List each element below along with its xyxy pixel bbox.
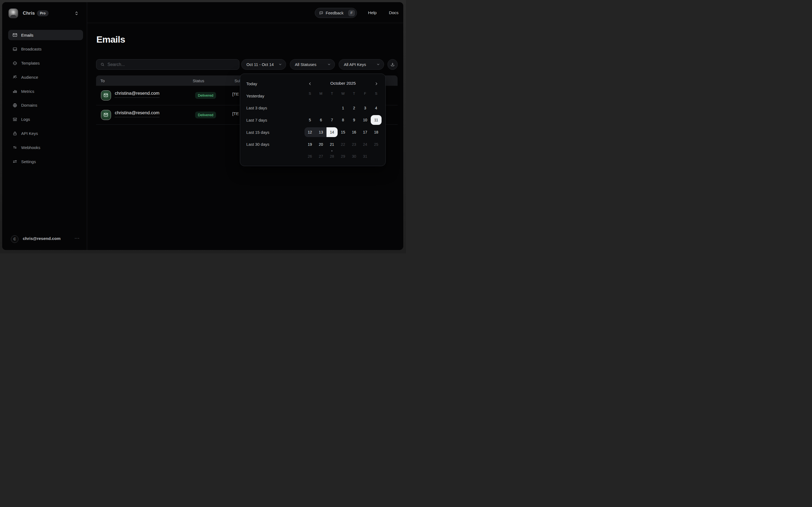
help-link[interactable]: Help [368,10,377,15]
audience-icon [12,74,18,80]
calendar-day-19[interactable]: 19 [304,139,315,149]
calendar-day-6[interactable]: 6 [315,115,327,125]
preset-last-15-days[interactable]: Last 15 days [240,126,297,138]
api-key-filter-value: All API Keys [344,62,366,67]
topbar-divider [87,23,403,23]
broadcast-icon [12,46,18,52]
envelope-icon [103,93,109,98]
sidebar-item-metrics[interactable]: Metrics [8,86,83,96]
email-subject: [TE [232,111,239,116]
calendar-day-12[interactable]: 12 [304,127,315,137]
lock-icon [12,131,18,136]
sidebar-item-audience[interactable]: Audience [8,72,83,82]
workspace-switcher[interactable]: Chris Pro [8,8,81,18]
calendar-day-13[interactable]: 13 [315,127,327,137]
next-month-button[interactable] [372,80,380,88]
calendar-day-11[interactable]: 11 [371,115,382,125]
calendar-day-10[interactable]: 10 [360,115,371,125]
column-header-to: To [101,78,105,83]
calendar-day-4[interactable]: 4 [371,103,382,113]
calendar-day-17[interactable]: 17 [360,127,371,137]
calendar-day-31[interactable]: 31 [360,152,371,161]
webhooks-icon [12,145,18,150]
chevrons-up-down-icon [74,11,79,16]
chat-bubble-icon [319,11,324,15]
sidebar-item-api-keys[interactable]: API Keys [8,128,83,139]
email-avatar [101,91,111,100]
calendar-day-23[interactable]: 23 [348,139,360,149]
calendar-day-9[interactable]: 9 [348,115,360,125]
calendar-day-30[interactable]: 30 [348,152,360,161]
ellipsis-menu-button[interactable]: ··· [73,235,80,242]
sidebar-item-label: Broadcasts [21,47,42,51]
feedback-label: Feedback [326,11,344,15]
feedback-button[interactable]: Feedback F [315,8,357,18]
calendar-day-18[interactable]: 18 [371,127,382,137]
recipient-email: christina@resend.com [115,91,159,98]
page-title: Emails [96,34,125,45]
preset-yesterday[interactable]: Yesterday [240,90,297,102]
sidebar-item-label: Domains [21,103,37,108]
envelope-icon [103,112,109,117]
status-badge: Delivered [195,92,216,99]
calendar-day-22[interactable]: 22 [338,139,349,149]
calendar-day-16[interactable]: 16 [348,127,360,137]
docs-link[interactable]: Docs [389,10,398,15]
sidebar-item-webhooks[interactable]: Webhooks [8,142,83,153]
export-button[interactable] [388,59,398,70]
preset-last-30-days[interactable]: Last 30 days [240,138,297,150]
desktop-frame: Chris Pro EmailsBroadcastsTemplatesAudie… [0,0,406,253]
sidebar-item-label: Settings [21,159,36,164]
status-filter[interactable]: All Statuses [290,59,335,70]
weekday-label: T [348,92,360,96]
search-input[interactable] [108,62,236,67]
preset-last-3-days[interactable]: Last 3 days [240,102,297,114]
recipient-email: christina@resend.com [115,110,159,117]
calendar-day-27[interactable]: 27 [315,152,327,161]
sidebar-item-settings[interactable]: Settings [8,156,83,167]
calendar-day-2[interactable]: 2 [348,103,360,113]
calendar-day-14[interactable]: 14 [327,127,338,137]
settings-icon [12,159,18,164]
calendar-day-8[interactable]: 8 [338,115,349,125]
sidebar-item-domains[interactable]: Domains [8,100,83,110]
status-filter-value: All Statuses [295,62,316,67]
calendar-header: October 2025 [304,80,382,88]
calendar-day-5[interactable]: 5 [304,115,315,125]
weekday-row: SMTWTFS [304,92,382,96]
sidebar-item-label: Templates [21,61,40,65]
status-badge: Delivered [195,112,216,118]
calendar-day-1[interactable]: 1 [338,103,349,113]
calendar-day-20[interactable]: 20 [315,139,327,149]
sidebar-item-label: Emails [21,33,34,38]
calendar-day-26[interactable]: 26 [304,152,315,161]
app-window: Chris Pro EmailsBroadcastsTemplatesAudie… [2,2,403,250]
date-range-filter[interactable]: Oct 11 - Oct 14 [241,59,286,70]
plan-badge: Pro [37,10,49,16]
globe-icon [12,103,18,108]
chevron-down-icon [376,62,380,66]
calendar-day-24[interactable]: 24 [360,139,371,149]
calendar-day-29[interactable]: 29 [338,152,349,161]
workspace-name: Chris [23,11,35,16]
preset-last-7-days[interactable]: Last 7 days [240,114,297,126]
calendar-day-7[interactable]: 7 [327,115,338,125]
calendar-day-25[interactable]: 25 [371,139,382,149]
sidebar-item-logs[interactable]: Logs [8,114,83,125]
sidebar-item-emails[interactable]: Emails [8,30,83,40]
calendar-day-3[interactable]: 3 [360,103,371,113]
sidebar-item-label: Metrics [21,89,34,94]
sidebar: Chris Pro EmailsBroadcastsTemplatesAudie… [2,2,87,250]
sidebar-item-templates[interactable]: Templates [8,58,83,68]
calendar-day-15[interactable]: 15 [338,127,349,137]
preset-today[interactable]: Today [240,77,297,90]
email-avatar [101,110,111,120]
chevron-down-icon [278,62,282,66]
sidebar-item-label: Logs [21,117,30,122]
api-key-filter[interactable]: All API Keys [339,59,384,70]
calendar-day-21[interactable]: 21 [327,139,338,149]
sidebar-nav: EmailsBroadcastsTemplatesAudienceMetrics… [8,30,83,167]
calendar-day-28[interactable]: 28 [327,152,338,161]
sidebar-item-broadcasts[interactable]: Broadcasts [8,44,83,54]
metrics-icon [12,89,18,94]
